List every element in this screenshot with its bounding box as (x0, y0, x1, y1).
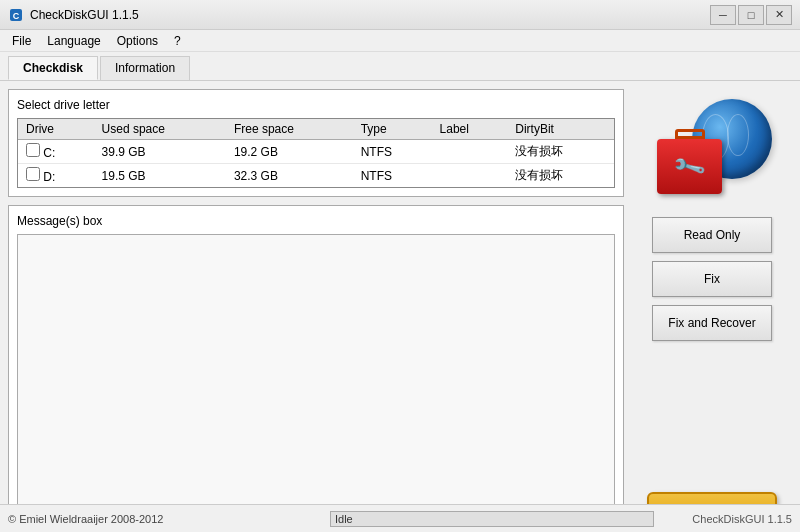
toolbox-handle (675, 129, 705, 139)
messages-textarea[interactable] (17, 234, 615, 532)
menu-file[interactable]: File (4, 32, 39, 50)
main-content: Select drive letter Drive Used space Fre… (0, 81, 800, 532)
col-type: Type (353, 119, 432, 140)
drive-cell-0: C: (18, 140, 94, 164)
svg-text:C: C (13, 11, 20, 21)
menu-options[interactable]: Options (109, 32, 166, 50)
tab-checkdisk[interactable]: Checkdisk (8, 56, 98, 80)
used-space-cell-0: 39.9 GB (94, 140, 226, 164)
col-free-space: Free space (226, 119, 353, 140)
col-drive: Drive (18, 119, 94, 140)
table-row: D: 19.5 GB 32.3 GB NTFS 没有损坏 (18, 164, 614, 188)
fix-button[interactable]: Fix (652, 261, 772, 297)
status-bar: © Emiel Wieldraaijer 2008-2012 Idle Chec… (0, 504, 800, 532)
drive-section-label: Select drive letter (17, 98, 615, 112)
col-label: Label (432, 119, 508, 140)
menu-language[interactable]: Language (39, 32, 108, 50)
menu-help[interactable]: ? (166, 32, 189, 50)
label-cell-0 (432, 140, 508, 164)
menu-bar: File Language Options ? (0, 30, 800, 52)
wrench-icon: 🔧 (671, 148, 707, 184)
maximize-button[interactable]: □ (738, 5, 764, 25)
read-only-button[interactable]: Read Only (652, 217, 772, 253)
status-text: Idle (335, 513, 353, 525)
tab-information[interactable]: Information (100, 56, 190, 80)
app-icon-area: 🔧 (642, 89, 782, 209)
drive-table: Drive Used space Free space Type Label D… (18, 119, 614, 187)
minimize-button[interactable]: ─ (710, 5, 736, 25)
used-space-cell-1: 19.5 GB (94, 164, 226, 188)
drive-cell-1: D: (18, 164, 94, 188)
right-panel: 🔧 Read Only Fix Fix and Recover Donate (632, 89, 792, 530)
col-used-space: Used space (94, 119, 226, 140)
messages-section: Message(s) box (8, 205, 624, 530)
copyright-text: © Emiel Wieldraaijer 2008-2012 (8, 513, 322, 525)
app-icon: C (8, 7, 24, 23)
label-cell-1 (432, 164, 508, 188)
free-space-cell-0: 19.2 GB (226, 140, 353, 164)
dirtybit-cell-0: 没有损坏 (507, 140, 614, 164)
drive-checkbox-0[interactable] (26, 143, 40, 157)
left-panel: Select drive letter Drive Used space Fre… (8, 89, 624, 530)
tab-bar: Checkdisk Information (0, 52, 800, 81)
free-space-cell-1: 32.3 GB (226, 164, 353, 188)
table-header-row: Drive Used space Free space Type Label D… (18, 119, 614, 140)
toolbox-icon: 🔧 (657, 139, 722, 194)
dirtybit-cell-1: 没有损坏 (507, 164, 614, 188)
fix-and-recover-button[interactable]: Fix and Recover (652, 305, 772, 341)
type-cell-1: NTFS (353, 164, 432, 188)
messages-label: Message(s) box (17, 214, 615, 228)
status-progress: Idle (330, 511, 654, 527)
version-label: CheckDiskGUI 1.1.5 (662, 513, 792, 525)
window-title: CheckDiskGUI 1.1.5 (30, 8, 710, 22)
title-bar: C CheckDiskGUI 1.1.5 ─ □ ✕ (0, 0, 800, 30)
type-cell-0: NTFS (353, 140, 432, 164)
window-controls: ─ □ ✕ (710, 5, 792, 25)
table-row: C: 39.9 GB 19.2 GB NTFS 没有损坏 (18, 140, 614, 164)
drive-checkbox-1[interactable] (26, 167, 40, 181)
drive-table-container: Drive Used space Free space Type Label D… (17, 118, 615, 188)
close-button[interactable]: ✕ (766, 5, 792, 25)
drive-section: Select drive letter Drive Used space Fre… (8, 89, 624, 197)
col-dirtybit: DirtyBit (507, 119, 614, 140)
